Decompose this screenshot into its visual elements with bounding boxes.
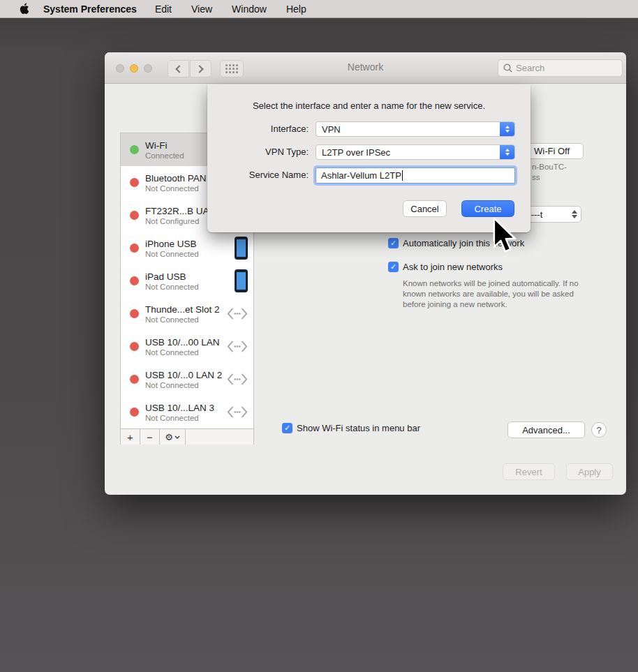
interface-row: Interface: VPN [207, 121, 531, 137]
menu-item-window[interactable]: Window [232, 3, 267, 15]
service-status-dot-icon [130, 375, 139, 384]
search-placeholder: Search [516, 63, 544, 73]
phone-icon [235, 237, 248, 260]
menu-item-view[interactable]: View [191, 3, 212, 15]
service-name-value: Ashlar-Vellum L2TP [321, 170, 401, 181]
revert-button: Revert [503, 463, 555, 480]
vpn-type-row: VPN Type: L2TP over IPSec [207, 144, 531, 160]
new-service-sheet: Select the interface and enter a name fo… [207, 84, 531, 232]
cancel-label: Cancel [410, 204, 438, 214]
add-service-button[interactable]: + [121, 429, 140, 445]
vpn-type-popup[interactable]: L2TP over IPSec [316, 144, 515, 160]
show-wifi-status-checkbox-row[interactable]: ✓ Show Wi-Fi status in menu bar [282, 423, 420, 434]
vpn-type-label: VPN Type: [265, 147, 309, 157]
search-icon [503, 64, 512, 73]
menu-app-name[interactable]: System Preferences [43, 3, 137, 15]
pci-adapter-icon [227, 340, 248, 353]
interface-label: Interface: [271, 124, 309, 134]
service-status-dot-icon [130, 211, 139, 220]
pci-adapter-icon [227, 307, 248, 320]
sidebar-service-row[interactable]: USB 10/...LAN 3 Not Connected [121, 396, 253, 428]
sidebar-service-row[interactable]: iPad USB Not Connected [121, 264, 253, 297]
service-status-dot-icon [130, 408, 139, 417]
interface-value: VPN [316, 124, 500, 135]
phone-icon [235, 269, 248, 292]
service-status-dot-icon [130, 342, 139, 351]
service-status-dot-icon [130, 244, 139, 253]
mouse-cursor [491, 217, 520, 256]
pci-adapter-icon [227, 405, 248, 419]
ask-join-help-text: Known networks will be joined automatica… [403, 278, 597, 310]
service-list-footer: + − ⚙ [121, 428, 253, 445]
menu-item-edit[interactable]: Edit [155, 3, 172, 15]
menu-item-help[interactable]: Help [286, 3, 306, 15]
menu-bar: System Preferences Edit View Window Help [0, 0, 638, 18]
interface-popup[interactable]: VPN [316, 121, 515, 137]
service-name-row: Service Name: Ashlar-Vellum L2TP [207, 167, 531, 183]
ask-join-label: Ask to join new networks [403, 262, 503, 273]
chevron-down-icon [175, 435, 180, 439]
sidebar-service-row[interactable]: iPhone USB Not Connected [121, 232, 253, 264]
checkbox-checked-icon[interactable]: ✓ [388, 238, 399, 248]
checkbox-checked-icon[interactable]: ✓ [282, 423, 292, 433]
service-status-dot-icon [130, 309, 139, 318]
pci-adapter-icon [227, 373, 248, 386]
help-button[interactable]: ? [591, 422, 607, 438]
gear-icon: ⚙ [165, 432, 173, 442]
service-status-dot-icon [130, 276, 139, 285]
show-wifi-status-label: Show Wi-Fi status in menu bar [297, 423, 420, 434]
title-bar: Network Search [105, 52, 626, 84]
text-caret [402, 170, 403, 181]
popup-arrows-icon [500, 145, 514, 159]
service-status-dot-icon [130, 178, 139, 187]
popup-stepper-icon [568, 210, 581, 218]
vpn-type-value: L2TP over IPSec [316, 147, 500, 158]
revert-label: Revert [515, 467, 542, 477]
sidebar-service-row[interactable]: USB 10/...0 LAN 2 Not Connected [121, 363, 253, 396]
action-menu-button[interactable]: ⚙ [160, 429, 186, 445]
desktop: System Preferences Edit View Window Help… [0, 0, 638, 672]
search-input[interactable]: Search [498, 59, 623, 77]
wifi-off-label: Wi-Fi Off [534, 146, 570, 156]
ask-join-checkbox-row[interactable]: ✓ Ask to join new networks [388, 262, 503, 273]
network-window: Network Search Wi-Fi Connected [105, 52, 626, 495]
service-name-input[interactable]: Ashlar-Vellum L2TP [316, 167, 515, 184]
apple-logo-icon[interactable] [19, 3, 29, 15]
question-mark-icon: ? [596, 425, 601, 435]
remove-service-button[interactable]: − [140, 429, 160, 445]
apply-label: Apply [578, 467, 601, 477]
advanced-label: Advanced... [522, 425, 570, 435]
status-text-fragment-1: n-BouTC- [532, 163, 567, 171]
service-status-dot-icon [130, 145, 139, 154]
sheet-message: Select the interface and enter a name fo… [207, 100, 531, 111]
apply-button: Apply [566, 463, 613, 480]
advanced-button[interactable]: Advanced... [507, 421, 585, 438]
service-name-label: Service Name: [249, 170, 309, 180]
create-button[interactable]: Create [461, 200, 514, 217]
status-text-fragment-2: ss [532, 173, 540, 181]
checkbox-checked-icon[interactable]: ✓ [388, 262, 399, 272]
create-label: Create [474, 204, 501, 214]
cancel-button[interactable]: Cancel [403, 200, 447, 217]
popup-arrows-icon [500, 122, 514, 136]
sidebar-service-row[interactable]: Thunde...et Slot 2 Not Connected [121, 297, 253, 330]
sidebar-service-row[interactable]: USB 10/...00 LAN Not Connected [121, 330, 253, 363]
